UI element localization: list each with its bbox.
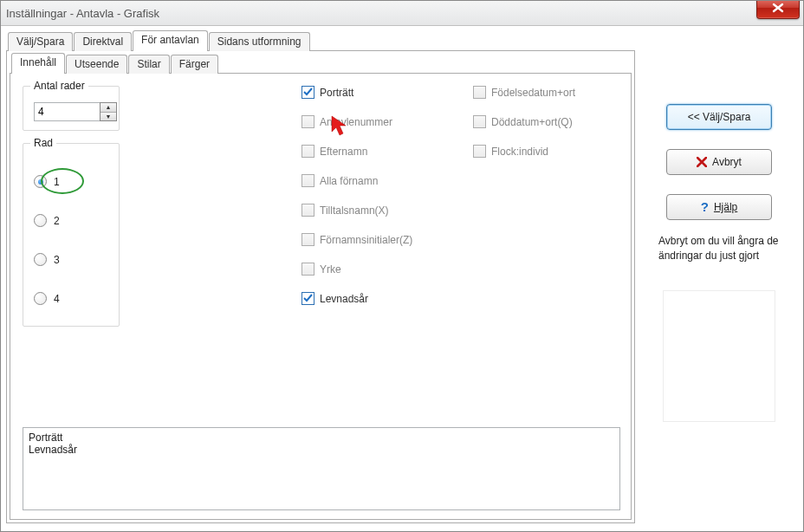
check-label: Yrke: [320, 263, 341, 276]
check-doddatum[interactable]: Döddatum+ort(Q): [473, 115, 620, 128]
check-label: Födelsedatum+ort: [491, 87, 575, 99]
checkbox-col-2: Födelsedatum+ort Döddatum+ort(Q) Flock:i…: [473, 86, 620, 305]
spinner-up[interactable]: ▲: [100, 103, 116, 113]
select-save-button[interactable]: << Välj/Spara: [666, 104, 772, 130]
spinner-down[interactable]: ▼: [100, 113, 116, 121]
check-fodelsedatum[interactable]: Födelsedatum+ort: [473, 86, 620, 99]
check-label: Flock:individ: [491, 146, 548, 158]
rows-label: Antal rader: [30, 80, 88, 92]
check-fornamnsinitialer[interactable]: Förnamnsinitialer(Z): [302, 233, 449, 246]
secondary-tabstrip: Innehåll Utseende Stilar Färger: [10, 54, 632, 74]
side-note: Avbryt om du vill ångra de ändringar du …: [658, 234, 780, 264]
group-rad: Rad 1 2: [23, 143, 120, 327]
rows-spinner[interactable]: ▲ ▼: [34, 102, 117, 121]
checkbox-col-1: Porträtt Antavlenummer Efternamn: [302, 86, 449, 305]
checkbox-icon: [302, 263, 314, 276]
check-tilltalsnamn[interactable]: Tilltalsnamn(X): [302, 204, 449, 217]
checkbox-icon: [302, 174, 314, 187]
check-label: Tilltalsnamn(X): [320, 204, 389, 217]
checkbox-icon: [302, 233, 314, 246]
checkbox-icon: [473, 115, 486, 128]
rows-input[interactable]: [34, 102, 100, 121]
tab-stilar[interactable]: Stilar: [128, 55, 169, 74]
secondary-tabpage: Antal rader ▲ ▼ Rad: [10, 74, 632, 520]
main-column: Välj/Spara Direktval För antavlan Sidans…: [6, 31, 635, 523]
checkbox-icon: [302, 86, 314, 99]
checkbox-icon: [302, 115, 314, 128]
check-label: Alla förnamn: [320, 175, 378, 187]
highlight-ring: [41, 168, 84, 194]
check-label: Porträtt: [320, 87, 353, 99]
tab-for-antavlan[interactable]: För antavlan: [133, 30, 208, 51]
checkbox-columns: Porträtt Antavlenummer Efternamn: [302, 86, 620, 305]
check-alla-fornamn[interactable]: Alla förnamn: [302, 174, 449, 187]
primary-tabstrip: Välj/Spara Direktval För antavlan Sidans…: [6, 31, 635, 51]
check-label: Döddatum+ort(Q): [491, 116, 573, 128]
check-label: Efternamn: [320, 146, 367, 158]
help-question-icon: ?: [701, 202, 709, 212]
rad-option-label: 2: [54, 215, 60, 227]
checkbox-icon: [302, 204, 314, 217]
checkbox-icon: [473, 86, 486, 99]
group-antal-rader: Antal rader ▲ ▼: [23, 86, 120, 131]
checkbox-area: Porträtt Antavlenummer Efternamn: [137, 86, 620, 420]
primary-tabpage: Innehåll Utseende Stilar Färger Antal ra…: [6, 51, 635, 523]
preview-box: [663, 290, 775, 422]
settings-window: Inställningar - Antavla - Grafisk Välj/S…: [0, 0, 804, 532]
rad-label: Rad: [30, 137, 56, 149]
content-grid: Antal rader ▲ ▼ Rad: [23, 86, 620, 420]
checkbox-icon: [302, 145, 314, 158]
button-label: Hjälp: [714, 201, 737, 213]
cancel-x-icon: [697, 157, 707, 167]
side-column: << Välj/Spara Avbryt ? Hjälp Avbryt om d…: [642, 31, 796, 523]
check-levnadsar[interactable]: Levnadsår: [302, 292, 449, 305]
spinner-buttons: ▲ ▼: [100, 102, 117, 121]
tab-innehall[interactable]: Innehåll: [11, 53, 65, 74]
check-portratt[interactable]: Porträtt: [302, 86, 449, 99]
rad-option-4[interactable]: 4: [34, 292, 108, 305]
titlebar: Inställningar - Antavla - Grafisk: [1, 1, 803, 26]
check-flock-individ[interactable]: Flock:individ: [473, 145, 620, 158]
close-icon: [772, 3, 784, 13]
rad-option-label: 4: [54, 293, 60, 305]
check-yrke[interactable]: Yrke: [302, 263, 449, 276]
button-label: << Välj/Spara: [688, 111, 751, 123]
checkbox-icon: [302, 292, 314, 305]
tab-farger[interactable]: Färger: [171, 55, 218, 74]
check-label: Levnadsår: [320, 293, 368, 305]
window-body: Välj/Spara Direktval För antavlan Sidans…: [1, 26, 803, 532]
check-efternamn[interactable]: Efternamn: [302, 145, 449, 158]
tab-direktval[interactable]: Direktval: [74, 32, 132, 51]
radio-icon: [34, 214, 47, 227]
rad-option-3[interactable]: 3: [34, 253, 108, 266]
radio-icon: [34, 292, 47, 305]
rad-option-label: 3: [54, 254, 60, 266]
tab-utseende[interactable]: Utseende: [66, 55, 127, 74]
check-label: Antavlenummer: [320, 116, 392, 128]
check-antavlenummer[interactable]: Antavlenummer: [302, 115, 449, 128]
close-button[interactable]: [756, 0, 800, 19]
tab-sidans-utformning[interactable]: Sidans utformning: [209, 32, 310, 51]
cancel-button[interactable]: Avbryt: [666, 149, 772, 175]
window-title: Inställningar - Antavla - Grafisk: [6, 7, 159, 20]
check-label: Förnamnsinitialer(Z): [320, 234, 412, 246]
radio-icon: [34, 253, 47, 266]
tab-valj-spara[interactable]: Välj/Spara: [8, 32, 73, 51]
summary-box[interactable]: Porträtt Levnadsår: [23, 427, 620, 510]
rad-option-2[interactable]: 2: [34, 214, 108, 227]
help-button[interactable]: ? Hjälp: [666, 194, 772, 220]
left-group-column: Antal rader ▲ ▼ Rad: [23, 86, 120, 420]
checkbox-icon: [473, 145, 486, 158]
button-label: Avbryt: [712, 156, 742, 168]
